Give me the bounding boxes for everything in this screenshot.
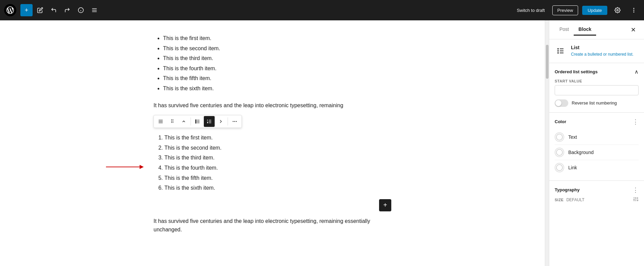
color-background-circle[interactable] — [555, 148, 564, 157]
list-item: This is the fourth item. — [163, 64, 391, 73]
color-text-circle[interactable] — [555, 132, 564, 142]
list-view-button[interactable] — [88, 4, 101, 16]
start-value-input[interactable] — [555, 85, 639, 95]
svg-point-7 — [633, 8, 634, 9]
close-panel-button[interactable]: ✕ — [628, 24, 639, 35]
drag-handle-btn[interactable]: ⠿ — [167, 116, 178, 127]
size-value: DEFAULT — [566, 197, 584, 202]
update-button[interactable]: Update — [582, 6, 607, 15]
color-text-label: Text — [568, 134, 577, 140]
color-background-item[interactable]: Background — [555, 145, 639, 160]
size-sliders-button[interactable] — [633, 196, 639, 203]
color-background-label: Background — [568, 150, 594, 155]
size-label: SIZE — [555, 198, 564, 202]
more-options-button[interactable] — [628, 4, 640, 16]
reverse-numbering-label: Reverse list numbering — [572, 100, 617, 106]
svg-point-22 — [233, 121, 233, 121]
color-link-circle[interactable] — [555, 163, 564, 172]
svg-point-18 — [195, 122, 196, 124]
list-item: This is the sixth item. — [163, 84, 391, 93]
main-area: This is the first item. This is the seco… — [0, 20, 644, 266]
svg-point-16 — [195, 120, 196, 121]
list-item: This is the first item. — [164, 133, 391, 142]
main-toolbar: + Switch to draft Preview Update — [0, 0, 644, 20]
paragraph-1: It has survived five centuries and the l… — [154, 101, 391, 110]
color-section-header: Color ⋮ — [555, 118, 639, 126]
section-collapse-icon[interactable]: ∧ — [634, 69, 639, 75]
indent-btn[interactable] — [215, 116, 226, 127]
color-text-item[interactable]: Text — [555, 130, 639, 145]
svg-point-24 — [236, 121, 236, 121]
list-item: This is the second item. — [164, 144, 391, 152]
svg-point-6 — [617, 10, 619, 11]
add-block-area: + — [154, 198, 391, 211]
list-item: This is the third item. — [163, 54, 391, 63]
right-panel: Post Block ✕ List Create a bulleted or n… — [549, 20, 644, 266]
color-options-button[interactable]: ⋮ — [632, 118, 639, 126]
paragraph-2: It has survived five centuries and the l… — [154, 217, 391, 234]
color-background-circle-inner — [556, 149, 563, 156]
typography-header: Typography ⋮ — [555, 186, 639, 194]
ordered-list-settings-header[interactable]: Ordered list settings ∧ — [555, 69, 639, 75]
list-item: This is the fourth item. — [164, 164, 391, 172]
block-list-icon-btn[interactable] — [155, 116, 166, 127]
editor[interactable]: This is the first item. This is the seco… — [0, 20, 545, 266]
unordered-list-btn[interactable] — [192, 116, 203, 127]
tab-block[interactable]: Block — [574, 24, 596, 36]
svg-point-23 — [234, 121, 235, 121]
toggle-thumb — [555, 100, 561, 106]
undo-button[interactable] — [48, 4, 60, 16]
color-link-label: Link — [568, 165, 577, 170]
bullet-list[interactable]: This is the first item. This is the seco… — [154, 34, 391, 93]
reverse-numbering-toggle[interactable] — [555, 99, 568, 107]
wordpress-logo — [4, 4, 16, 16]
editor-scrollbar[interactable] — [545, 20, 549, 266]
scrollbar-thumb[interactable] — [546, 45, 549, 79]
color-link-item[interactable]: Link — [555, 160, 639, 175]
block-title: List — [571, 45, 633, 50]
edit-button[interactable] — [34, 4, 46, 16]
block-description: Create a bulleted or numbered list. — [571, 52, 633, 57]
move-up-down-btn[interactable] — [178, 116, 189, 127]
list-item: This is the fifth item. — [163, 74, 391, 83]
toolbar-divider-2 — [228, 117, 228, 126]
add-block-button[interactable]: + — [20, 4, 33, 16]
tab-post[interactable]: Post — [555, 24, 574, 36]
size-row: SIZE DEFAULT — [555, 196, 639, 203]
svg-point-28 — [557, 48, 559, 50]
block-toolbar-wrapper: ⠿ — [154, 115, 391, 131]
switch-to-draft-button[interactable]: Switch to draft — [513, 6, 548, 15]
ordered-list-settings-title: Ordered list settings — [555, 69, 597, 74]
toolbar-right: Switch to draft Preview Update — [513, 4, 640, 16]
more-block-options-btn[interactable] — [229, 116, 240, 127]
ordered-list-btn[interactable] — [204, 116, 215, 127]
svg-point-30 — [557, 52, 559, 54]
typography-options-button[interactable]: ⋮ — [632, 186, 639, 194]
block-toolbar: ⠿ — [154, 115, 242, 128]
list-item: This is the first item. — [163, 34, 391, 43]
panel-tabs: Post Block — [555, 24, 596, 36]
svg-point-8 — [633, 10, 634, 11]
ordered-list-settings-section: Ordered list settings ∧ START VALUE Reve… — [549, 63, 644, 113]
settings-button[interactable] — [611, 4, 624, 16]
typography-title: Typography — [555, 187, 579, 192]
preview-button[interactable]: Preview — [552, 5, 578, 15]
list-item: This is the sixth item. — [164, 184, 391, 192]
color-section-title: Color — [555, 119, 566, 124]
block-info: List Create a bulleted or numbered list. — [549, 39, 644, 63]
panel-header: Post Block ✕ — [549, 20, 644, 39]
typography-section: Typography ⋮ SIZE DEFAULT — [549, 181, 644, 209]
svg-point-17 — [195, 121, 196, 122]
info-button[interactable] — [75, 4, 87, 16]
list-block-icon — [555, 45, 567, 57]
list-item: This is the third item. — [164, 153, 391, 162]
start-value-label: START VALUE — [555, 79, 639, 83]
start-value-field: START VALUE — [555, 79, 639, 95]
redo-button[interactable] — [61, 4, 73, 16]
ordered-list[interactable]: This is the first item. This is the seco… — [154, 133, 391, 192]
svg-point-29 — [557, 50, 559, 52]
list-item: This is the second item. — [163, 44, 391, 53]
list-item: This is the fifth item. — [164, 174, 391, 183]
add-block-inline-button[interactable]: + — [379, 199, 391, 211]
annotation-arrow — [106, 167, 143, 167]
